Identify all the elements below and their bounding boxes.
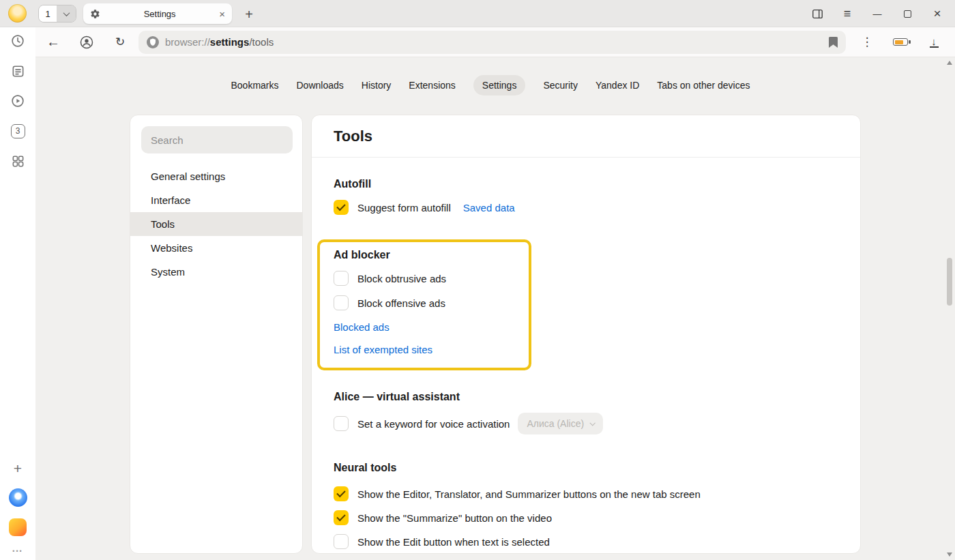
chevron-down-icon	[63, 10, 70, 16]
new-tab-button[interactable]: +	[240, 5, 258, 23]
saved-data-link[interactable]: Saved data	[463, 202, 515, 213]
nav-tab-yandex-id[interactable]: Yandex ID	[596, 75, 639, 95]
tab-strip: 1 Settings × + ≡ — ×	[0, 0, 955, 27]
search-input[interactable]	[141, 126, 293, 153]
neural-edit-button-checkbox[interactable]	[334, 534, 349, 549]
block-obtrusive-row: Block obtrusive ads	[334, 271, 512, 286]
battery-shape	[893, 38, 908, 46]
block-offensive-row: Block offensive ads	[334, 295, 512, 310]
tab-title: Settings	[100, 9, 219, 19]
tab-settings[interactable]: Settings ×	[83, 3, 232, 24]
alice-keyword-value: Алиса (Alice)	[527, 418, 584, 429]
tab-list-chevron-button[interactable]	[57, 5, 76, 22]
nav-tab-extensions[interactable]: Extensions	[409, 75, 455, 95]
profile-avatar[interactable]	[8, 4, 27, 23]
neural-section-title: Neural tools	[334, 462, 838, 474]
address-bar[interactable]: browser://settings/tools	[138, 31, 846, 54]
minimize-button[interactable]: —	[862, 0, 892, 27]
scrollbar[interactable]	[945, 59, 954, 559]
scroll-down-icon[interactable]	[947, 552, 952, 557]
download-arrow: ↓	[931, 37, 937, 46]
scroll-up-icon[interactable]	[947, 61, 952, 65]
video-icon[interactable]	[9, 93, 27, 109]
maximize-icon	[904, 10, 911, 18]
block-obtrusive-checkbox[interactable]	[334, 271, 349, 286]
settings-nav: Bookmarks Downloads History Extensions S…	[35, 75, 945, 95]
feed-icon[interactable]	[9, 63, 27, 79]
settings-content: Tools Autofill Suggest form autofill Sav…	[311, 115, 861, 554]
alice-row: Set a keyword for voice activation Алиса…	[334, 413, 838, 434]
neural-summarize-video-checkbox[interactable]	[334, 510, 349, 525]
alice-section-title: Alice — virtual assistant	[334, 391, 838, 403]
url-path: /tools	[249, 36, 274, 48]
apps-grid-icon[interactable]	[9, 153, 27, 169]
autofill-row: Suggest form autofill Saved data	[334, 200, 838, 215]
nav-tab-security[interactable]: Security	[543, 75, 578, 95]
block-offensive-label: Block offensive ads	[357, 297, 445, 309]
tab-count-badge: 1	[39, 5, 57, 22]
close-button[interactable]: ×	[922, 0, 952, 27]
suggest-autofill-label: Suggest form autofill	[357, 202, 451, 213]
toolbar: ← ↻ browser://settings/tools ⋮ ↓	[35, 27, 955, 57]
ad-blocker-section-title: Ad blocker	[334, 249, 512, 261]
scrollbar-thumb[interactable]	[947, 258, 952, 306]
sidebar-item-general-settings[interactable]: General settings	[130, 164, 302, 188]
page-title: Tools	[334, 128, 372, 145]
url-host: settings	[210, 36, 250, 48]
sidebar-rail: 3 + •••	[0, 27, 35, 560]
sidebar-item-websites[interactable]: Websites	[130, 236, 302, 260]
reload-button[interactable]: ↻	[110, 31, 130, 54]
voice-keyword-checkbox[interactable]	[334, 416, 349, 431]
chevron-down-icon	[590, 420, 596, 426]
browser-logo-icon[interactable]	[9, 488, 27, 507]
back-button[interactable]: ←	[43, 31, 63, 54]
neural-row: Show the "Summarize" button on the video	[334, 510, 838, 525]
alice-keyword-dropdown[interactable]: Алиса (Alice)	[518, 413, 603, 434]
side-panel-icon[interactable]	[802, 0, 832, 27]
nav-tab-downloads[interactable]: Downloads	[297, 75, 344, 95]
blocked-ads-link[interactable]: Blocked ads	[334, 321, 390, 333]
download-icon[interactable]: ↓	[924, 31, 944, 54]
content-header: Tools	[312, 115, 860, 158]
url-scheme: browser://	[165, 36, 210, 48]
download-bar	[930, 46, 939, 48]
neural-row: Show the Edit button when text is select…	[334, 534, 838, 549]
nav-tab-bookmarks[interactable]: Bookmarks	[231, 75, 278, 95]
neural-row: Show the Editor, Translator, and Summari…	[334, 486, 838, 501]
voice-keyword-label: Set a keyword for voice activation	[357, 418, 510, 430]
add-panel-icon[interactable]: +	[14, 460, 22, 477]
sidebar-item-interface[interactable]: Interface	[130, 188, 302, 212]
sidebar-item-system[interactable]: System	[130, 260, 302, 284]
autofill-section-title: Autofill	[334, 178, 838, 190]
tab-counter[interactable]: 1	[38, 5, 76, 23]
tabs-count-icon[interactable]: 3	[9, 123, 27, 139]
profile-icon[interactable]	[76, 31, 97, 54]
nav-tab-history[interactable]: History	[362, 75, 392, 95]
url-text: browser://settings/tools	[165, 36, 274, 48]
neural-newtab-buttons-checkbox[interactable]	[334, 486, 349, 501]
neural-summarize-video-label: Show the "Summarize" button on the video	[357, 512, 552, 524]
more-icon[interactable]: •••	[12, 548, 23, 555]
app-shortcut-icon[interactable]	[9, 518, 27, 536]
sidebar-item-tools[interactable]: Tools	[130, 212, 302, 236]
suggest-autofill-checkbox[interactable]	[334, 200, 349, 215]
gear-icon	[90, 9, 100, 19]
kebab-menu-icon[interactable]: ⋮	[857, 31, 877, 54]
main-area: Bookmarks Downloads History Extensions S…	[35, 57, 955, 560]
exempted-sites-link[interactable]: List of exempted sites	[334, 344, 432, 355]
bookmark-icon[interactable]	[829, 37, 838, 48]
settings-sidebar-list: General settings Interface Tools Website…	[130, 164, 302, 284]
neural-newtab-buttons-label: Show the Editor, Translator, and Summari…	[357, 488, 701, 500]
nav-tab-other-devices[interactable]: Tabs on other devices	[657, 75, 750, 95]
menu-icon[interactable]: ≡	[832, 0, 862, 27]
history-icon[interactable]	[9, 33, 27, 49]
battery-icon[interactable]	[890, 31, 911, 54]
settings-sidebar: General settings Interface Tools Website…	[130, 115, 303, 554]
tabs-count-badge: 3	[11, 124, 25, 138]
nav-tab-settings[interactable]: Settings	[473, 75, 526, 95]
maximize-button[interactable]	[892, 0, 922, 27]
neural-edit-button-label: Show the Edit button when text is select…	[357, 536, 550, 548]
tab-close-icon[interactable]: ×	[219, 8, 225, 20]
block-offensive-checkbox[interactable]	[334, 295, 349, 310]
rail-bottom-group: + •••	[0, 460, 35, 555]
